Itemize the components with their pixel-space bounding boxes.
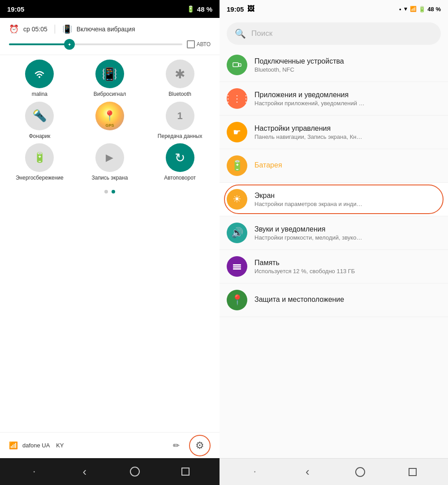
battery-icon-left: 🔋 (187, 5, 194, 13)
settings-item-control[interactable]: ☛ Настройки управления Панель навигации,… (220, 116, 448, 149)
tile-bluetooth[interactable]: ✱ Bluetooth (153, 60, 207, 98)
nav-back-right[interactable]: ‹ (297, 462, 317, 482)
nav-home-right[interactable] (350, 462, 370, 482)
brightness-fill (9, 43, 69, 45)
nav-back-left[interactable]: ‹ (75, 462, 95, 481)
edit-icon: ✏ (173, 441, 180, 451)
settings-item-memory[interactable]: Память Используется 12 %, свободно 113 Г… (220, 250, 448, 283)
settings-item-connected-devices[interactable]: Подключенные устройства Bluetooth, NFC (220, 48, 448, 82)
memory-subtitle: Используется 12 %, свободно 113 ГБ (254, 268, 441, 275)
battery-left: 48 % (197, 5, 212, 13)
brightness-thumb (64, 39, 75, 50)
memory-text: Память Используется 12 %, свободно 113 Г… (254, 259, 441, 275)
settings-item-security[interactable]: 📍 Защита и местоположение (220, 283, 448, 317)
nav-dot-right[interactable]: • (245, 462, 265, 482)
connected-devices-text: Подключенные устройства Bluetooth, NFC (254, 57, 441, 73)
auto-label[interactable]: АВТО (187, 40, 211, 48)
svg-rect-5 (233, 268, 241, 270)
connected-devices-icon (227, 55, 247, 75)
screen-record-label: Запись экрана (92, 175, 128, 182)
vibration-text: Включена вибрация (77, 26, 135, 33)
svg-point-0 (39, 76, 40, 78)
nav-recent-right[interactable] (403, 462, 422, 482)
tile-data[interactable]: 1 Передача данных (153, 102, 207, 140)
tile-flashlight[interactable]: 🔦 Фонарик (13, 102, 66, 140)
connected-devices-subtitle: Bluetooth, NFC (254, 66, 441, 73)
auto-text: АВТО (197, 41, 211, 47)
alarm-icon: ⏰ (9, 24, 19, 34)
brightness-track[interactable] (9, 43, 182, 45)
battery-status: 🔋 (418, 6, 426, 13)
search-bar[interactable]: 🔍 Поиск (227, 22, 441, 45)
control-text: Настройки управления Панель навигации, З… (254, 124, 441, 140)
notification-photo-icon: 🖼 (247, 5, 254, 13)
nav-dot-left[interactable]: • (24, 462, 44, 481)
sounds-icon: 🔊 (227, 223, 247, 243)
nav-recent-left[interactable] (176, 462, 195, 481)
sounds-subtitle: Настройки громкости, мелодий, звуко… (254, 234, 441, 241)
settings-button[interactable]: ⚙ (189, 435, 211, 456)
settings-item-battery[interactable]: 🔋 Батарея (220, 149, 448, 183)
autorotate-label: Автоповорот (164, 175, 196, 182)
tiles-row-2: 🔦 Фонарик 📍 GPS GPS 1 Передача данных (4, 102, 215, 140)
battery-save-label: Энергосбережение (16, 175, 64, 182)
sounds-text: Звуки и уведомления Настройки громкости,… (254, 225, 441, 241)
page-dot-1 (104, 190, 108, 193)
notification-area: ⏰ ср 05:05 📳 Включена вибрация АВТО (0, 18, 220, 55)
data-label: Передача данных (158, 133, 202, 140)
brightness-row[interactable]: АВТО (9, 40, 211, 48)
nav-bar-left: • ‹ (0, 458, 220, 485)
dot-icon: • (399, 6, 401, 13)
wifi-label: malina (32, 91, 47, 98)
edit-button[interactable]: ✏ (168, 437, 185, 454)
apps-text: Приложения и уведомления Настройки прило… (254, 91, 441, 107)
security-text: Защита и местоположение (254, 296, 441, 305)
nav-bar-right: • ‹ (220, 458, 448, 485)
vibration-icon: 📳 (62, 24, 72, 34)
bluetooth-icon: ✱ (166, 60, 194, 88)
autorotate-icon: ↻ (166, 143, 194, 172)
tile-vibration[interactable]: 📳 Вибросигнал (83, 60, 137, 98)
auto-checkbox[interactable] (187, 40, 195, 48)
sounds-title: Звуки и уведомления (254, 225, 441, 233)
gps-icon: 📍 GPS (95, 102, 124, 130)
svg-rect-2 (239, 64, 241, 66)
settings-list: Подключенные устройства Bluetooth, NFC ⋮… (220, 48, 448, 458)
settings-item-sounds[interactable]: 🔊 Звуки и уведомления Настройки громкост… (220, 216, 448, 250)
tiles-row-3: 🔋 Энергосбережение ▶ Запись экрана ↻ Авт… (4, 143, 215, 182)
apps-title: Приложения и уведомления (254, 91, 441, 99)
gps-label-overlay: GPS (105, 123, 114, 128)
wifi-status-icon: ▼ (403, 6, 408, 12)
tile-battery-save[interactable]: 🔋 Энергосбережение (13, 143, 66, 182)
connected-devices-title: Подключенные устройства (254, 57, 441, 65)
svg-rect-1 (233, 63, 238, 67)
settings-item-screen[interactable]: ☀ Экран Настройки параметров экрана и ин… (220, 183, 448, 216)
search-icon: 🔍 (235, 28, 246, 39)
settings-item-apps[interactable]: ⋮⋮⋮ Приложения и уведомления Настройки п… (220, 82, 448, 116)
tile-wifi[interactable]: malina (13, 60, 66, 98)
time-right: 19:05 (227, 5, 244, 13)
svg-rect-4 (233, 266, 241, 268)
bluetooth-label: Bluetooth (168, 91, 191, 98)
divider (55, 25, 55, 34)
page-dots (4, 185, 215, 197)
battery-percent-right: 48 % (427, 6, 441, 13)
tile-autorotate[interactable]: ↻ Автоповорот (153, 143, 207, 182)
status-bar-right: 19:05 🖼 • ▼ 📶 🔋 48 % (220, 0, 448, 18)
svg-rect-3 (233, 264, 241, 266)
battery-text: Батарея (254, 161, 441, 170)
tile-screen-record[interactable]: ▶ Запись экрана (83, 143, 137, 182)
status-right-icons: • ▼ 📶 🔋 48 % (399, 6, 441, 13)
wifi-icon (25, 60, 54, 88)
nav-home-left[interactable] (125, 462, 145, 481)
tile-gps[interactable]: 📍 GPS GPS (83, 102, 137, 140)
tiles-section: malina 📳 Вибросигнал ✱ Bluetooth 🔦 Фонар… (0, 55, 220, 432)
carrier-text: dafone UA KY (22, 442, 163, 449)
screen-icon: ☀ (227, 189, 247, 210)
security-title: Защита и местоположение (254, 296, 441, 304)
battery-title: Батарея (254, 161, 441, 169)
right-panel: 19:05 🖼 • ▼ 📶 🔋 48 % 🔍 Поиск Подк (220, 0, 448, 485)
page-dot-2 (112, 190, 115, 193)
search-placeholder: Поиск (251, 29, 272, 38)
data-icon: 1 (166, 102, 194, 130)
